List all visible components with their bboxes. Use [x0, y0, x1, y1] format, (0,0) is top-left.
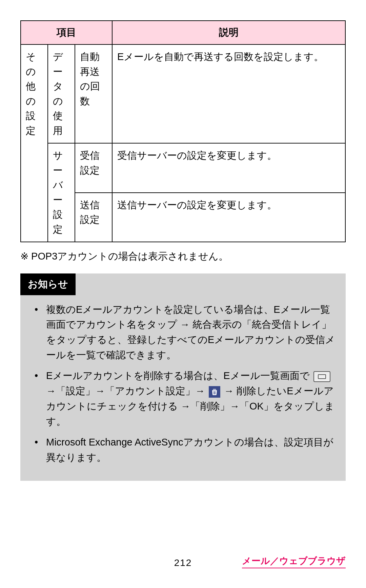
cell-sub1: データの使用 — [48, 44, 75, 143]
cell-desc: Eメールを自動で再送する回数を設定します。 — [112, 44, 345, 143]
list-item: Eメールアカウントを削除する場合は、Eメール一覧画面で →「設定」→「アカウント… — [35, 368, 336, 429]
pop3-note: ※ POP3アカウントの場合は表示されません。 — [20, 249, 346, 264]
cell-group: その他の設定 — [21, 44, 48, 242]
cell-desc: 送信サーバーの設定を変更します。 — [112, 193, 345, 242]
header-item: 項目 — [21, 21, 112, 44]
notice-list: 複数のEメールアカウントを設定している場合は、Eメール一覧画面でアカウント名をタ… — [20, 302, 346, 465]
cell-sub2: 送信設定 — [75, 193, 112, 242]
table-row: サーバー設定 受信設定 受信サーバーの設定を変更します。 — [21, 143, 345, 193]
footer: 212 メール／ウェブブラウザ — [0, 557, 366, 568]
settings-table: 項目 説明 その他の設定 データの使用 自動再送の回数 Eメールを自動で再送する… — [20, 20, 346, 242]
cell-sub2: 自動再送の回数 — [75, 44, 112, 143]
cell-desc: 受信サーバーの設定を変更します。 — [112, 143, 345, 193]
table-row: その他の設定 データの使用 自動再送の回数 Eメールを自動で再送する回数を設定し… — [21, 44, 345, 143]
text-segment: Eメールアカウントを削除する場合は、Eメール一覧画面で — [46, 370, 312, 381]
notice-box: お知らせ 複数のEメールアカウントを設定している場合は、Eメール一覧画面でアカウ… — [20, 273, 346, 481]
footer-link[interactable]: メール／ウェブブラウザ — [242, 555, 346, 568]
list-item: Microsoft Exchange ActiveSyncアカウントの場合は、設… — [35, 435, 336, 465]
notice-title: お知らせ — [20, 273, 76, 295]
list-item: 複数のEメールアカウントを設定している場合は、Eメール一覧画面でアカウント名をタ… — [35, 302, 336, 363]
header-desc: 説明 — [112, 21, 345, 44]
document-page: 項目 説明 その他の設定 データの使用 自動再送の回数 Eメールを自動で再送する… — [0, 0, 366, 588]
text-segment: →「設定」→「アカウント設定」→ — [46, 385, 208, 396]
menu-icon — [313, 371, 330, 382]
cell-sub1: サーバー設定 — [48, 143, 75, 242]
trash-icon — [209, 386, 220, 398]
cell-sub2: 受信設定 — [75, 143, 112, 193]
